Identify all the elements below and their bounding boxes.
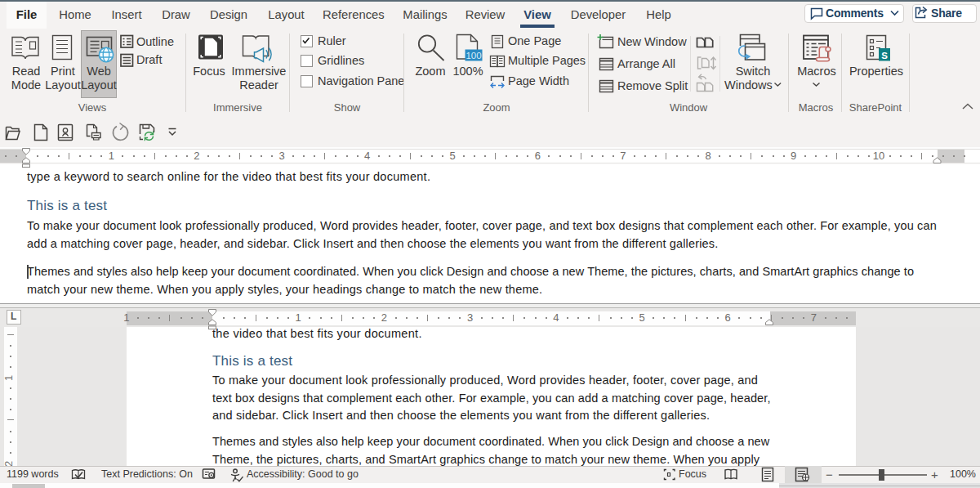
svg-text:100: 100 [466, 51, 481, 60]
svg-text:S: S [881, 51, 888, 60]
